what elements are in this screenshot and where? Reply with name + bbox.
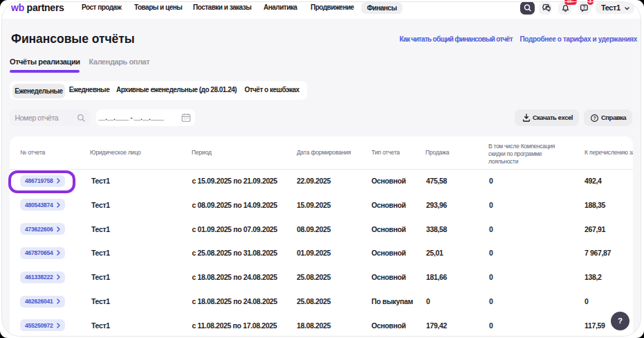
svg-text:?: ? — [582, 5, 585, 10]
svg-text:?: ? — [594, 116, 596, 121]
